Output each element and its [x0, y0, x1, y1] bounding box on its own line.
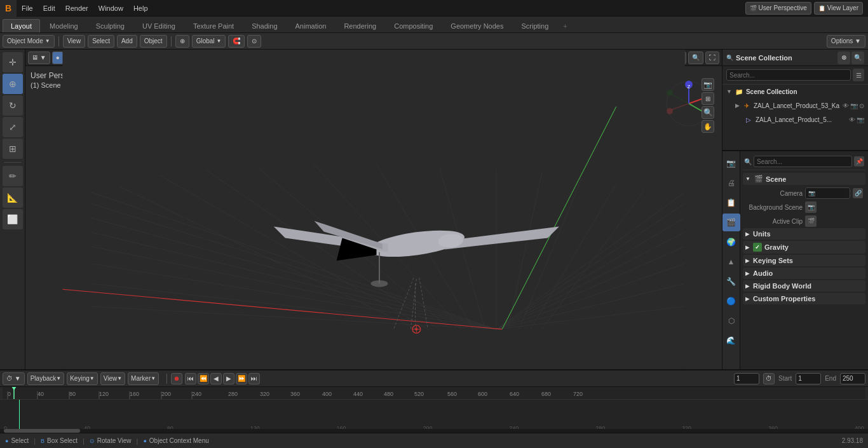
item0-select-icon[interactable]: ⊙ — [859, 102, 864, 109]
timeline-view-menu[interactable]: View ▼ — [100, 372, 125, 385]
timeline-editor-type[interactable]: ⏱ ▼ — [3, 372, 25, 385]
play-btn[interactable]: ▶ — [223, 373, 234, 384]
tool-annotate[interactable]: ✏ — [3, 166, 23, 186]
menu-edit[interactable]: Edit — [38, 0, 60, 16]
keying-menu[interactable]: Keying ▼ — [67, 372, 98, 385]
tab-modeling[interactable]: Modeling — [41, 19, 86, 32]
props-search-input[interactable] — [754, 156, 852, 167]
jump-start-btn[interactable]: ⏮ — [185, 373, 196, 384]
outliner-search-btn[interactable]: 🔍 — [851, 51, 864, 64]
select-menu[interactable]: Select — [88, 35, 114, 48]
rigid-body-section-header[interactable]: ▶ Rigid Body World — [743, 280, 865, 292]
timeline-track[interactable]: 0 40 80 120 160 200 240 280 320 360 400 — [0, 400, 868, 433]
props-tab-output[interactable]: 🖨 — [722, 174, 740, 192]
zoom-in-btn[interactable]: 🔍 — [702, 106, 714, 119]
outliner-funnel-icon[interactable]: ☰ — [853, 69, 864, 81]
tool-add-cube[interactable]: ⬜ — [3, 209, 23, 229]
props-tab-render[interactable]: 📷 — [722, 154, 740, 172]
menu-render[interactable]: Render — [60, 0, 93, 16]
camera-link-btn[interactable]: 🔗 — [853, 188, 863, 198]
tool-cursor[interactable]: ✛ — [3, 52, 23, 72]
perspective-ortho-btn[interactable]: ⊞ — [702, 92, 714, 105]
props-tab-material[interactable]: 🔵 — [722, 292, 740, 310]
outliner-scene-collection[interactable]: ▼ 📁 Scene Collection — [722, 85, 868, 98]
start-frame-field[interactable]: 1 — [796, 373, 821, 384]
outliner-filter-btn[interactable]: ⊛ — [837, 51, 850, 64]
units-section-header[interactable]: ▶ Units — [743, 228, 865, 240]
props-tab-object[interactable]: ▲ — [722, 253, 740, 271]
camera-view-btn[interactable]: 📷 — [702, 78, 714, 91]
outliner-item-1[interactable]: ▷ ZALA_Lancet_Product_5... 👁 📷 — [722, 112, 868, 126]
tab-texture-paint[interactable]: Texture Paint — [185, 19, 242, 32]
tab-compositing[interactable]: Compositing — [386, 19, 441, 32]
tab-rendering[interactable]: Rendering — [336, 19, 384, 32]
proportional-edit[interactable]: ⊙ — [247, 35, 261, 48]
tab-shading[interactable]: Shading — [243, 19, 285, 32]
transform-orientation[interactable]: Global ▼ — [192, 35, 226, 48]
transform-icon-move[interactable]: ⊕ — [175, 35, 189, 48]
add-menu[interactable]: Add — [117, 35, 137, 48]
tool-transform[interactable]: ⊞ — [3, 139, 23, 159]
options-menu[interactable]: Options ▼ — [827, 35, 865, 48]
props-tab-modifier[interactable]: 🔧 — [722, 273, 740, 290]
background-scene-btn[interactable]: 📷 — [805, 201, 817, 213]
menu-help[interactable]: Help — [128, 0, 153, 16]
outliner-item-0[interactable]: ▶ ✈ ZALA_Lancet_Product_53_Ka 👁 📷 ⊙ — [722, 98, 868, 112]
tab-scripting[interactable]: Scripting — [513, 19, 557, 32]
tab-uv-editing[interactable]: UV Editing — [134, 19, 184, 32]
menu-window[interactable]: Window — [93, 0, 128, 16]
snap-toggle[interactable]: 🧲 — [228, 35, 245, 48]
tab-sculpting[interactable]: Sculpting — [88, 19, 133, 32]
timecode-toggle[interactable]: ⏱ — [763, 373, 775, 384]
view-menu[interactable]: View — [63, 35, 86, 48]
tool-scale[interactable]: ⤢ — [3, 117, 23, 137]
playback-menu[interactable]: Playback ▼ — [27, 372, 65, 385]
timeline-scrollbar-thumb[interactable] — [4, 429, 80, 433]
custom-props-section-header[interactable]: ▶ Custom Properties — [743, 293, 865, 304]
jump-end-btn[interactable]: ⏭ — [248, 373, 260, 384]
camera-value[interactable]: 📷 — [805, 187, 850, 199]
add-workspace-button[interactable]: + — [558, 20, 572, 32]
view-layer-selector[interactable]: 📋 View Layer — [814, 2, 863, 15]
object-mode-selector[interactable]: Object Mode ▼ — [3, 35, 55, 48]
props-pin-btn[interactable]: 📌 — [854, 156, 864, 166]
prev-keyframe-btn[interactable]: ⏪ — [198, 373, 209, 384]
props-tab-scene[interactable]: 🎬 — [722, 214, 740, 231]
viewport[interactable]: 🖥 ▼ ● ⊙ 🔆 ⊛ ⬡ 📷 ✋ 🔍 ⛶ User Perspective (… — [25, 50, 722, 369]
end-frame-field[interactable]: 250 — [840, 373, 865, 384]
tab-geometry-nodes[interactable]: Geometry Nodes — [442, 19, 512, 32]
tab-layout[interactable]: Layout — [3, 19, 40, 32]
active-clip-btn[interactable]: 🎬 — [805, 215, 817, 227]
props-tab-view-layer[interactable]: 📋 — [722, 194, 740, 212]
marker-menu[interactable]: Marker ▼ — [128, 372, 159, 385]
item0-vis-icon[interactable]: 👁 — [843, 102, 849, 109]
keying-sets-section-header[interactable]: ▶ Keying Sets — [743, 255, 865, 266]
scene-section-header[interactable]: ▼ 🎬 Scene — [743, 173, 865, 185]
tool-move[interactable]: ⊕ — [3, 74, 23, 94]
next-keyframe-btn[interactable]: ⏩ — [236, 373, 247, 384]
gravity-section-header[interactable]: ▶ ✓ Gravity — [743, 241, 865, 254]
audio-section-header[interactable]: ▶ Audio — [743, 268, 865, 279]
item1-vis-icon[interactable]: 👁 — [849, 116, 855, 123]
item0-expand[interactable]: ▶ — [735, 102, 740, 109]
menu-file[interactable]: File — [17, 0, 38, 16]
item1-render-icon[interactable]: 📷 — [857, 116, 864, 123]
tool-measure[interactable]: 📐 — [3, 187, 23, 208]
pan-view-btn[interactable]: ✋ — [702, 120, 714, 133]
current-frame-field[interactable]: 1 — [734, 373, 759, 384]
gravity-checkbox[interactable]: ✓ — [753, 243, 762, 252]
outliner-title: Scene Collection — [736, 54, 792, 62]
record-btn[interactable]: ⏺ — [171, 373, 182, 384]
tool-rotate[interactable]: ↻ — [3, 95, 23, 116]
outliner-search-input[interactable] — [726, 69, 851, 81]
tab-animation[interactable]: Animation — [287, 19, 335, 32]
scene-selector[interactable]: 🎬 User Perspective — [745, 2, 811, 15]
scene-collection-expand[interactable]: ▼ — [726, 88, 732, 95]
play-reverse-btn[interactable]: ◀ — [210, 373, 222, 384]
props-tab-data[interactable]: ⬡ — [722, 312, 740, 330]
item0-render-icon[interactable]: 📷 — [850, 102, 858, 109]
object-menu[interactable]: Object — [140, 35, 167, 48]
props-tab-physics[interactable]: 🌊 — [722, 332, 740, 350]
tool-separator — [4, 162, 22, 163]
props-tab-world[interactable]: 🌍 — [722, 233, 740, 251]
